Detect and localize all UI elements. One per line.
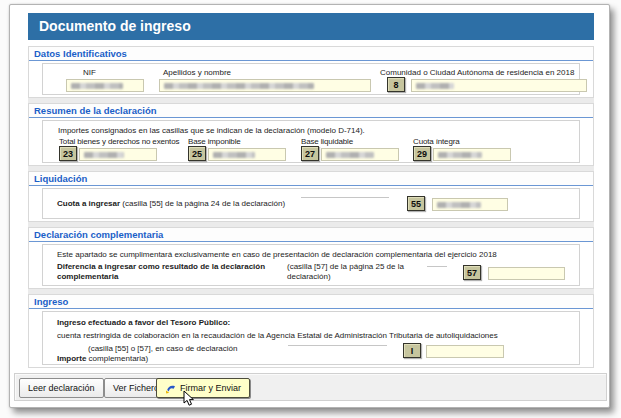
- resumen-content: Importes consignados en las casillas que…: [42, 120, 580, 163]
- section-title: Datos Identificativos: [29, 47, 593, 61]
- casilla-25-box[interactable]: 25: [188, 146, 206, 161]
- nif-label: NIF: [83, 68, 96, 78]
- document-window: Documento de ingreso Datos Identificativ…: [9, 4, 610, 408]
- importe-input[interactable]: [426, 345, 504, 358]
- section-title: Declaración complementaria: [29, 228, 593, 242]
- casilla-23-label: Total bienes y derechos no exentos: [59, 137, 179, 147]
- casilla-25-input[interactable]: [208, 148, 286, 161]
- cuota-ingresar-label: Cuota a ingresar (casilla [55] de la pág…: [57, 199, 285, 209]
- section-liquidacion: Liquidación Cuota a ingresar (casilla [5…: [28, 171, 594, 222]
- redacted-value: [164, 83, 314, 89]
- section-datos-identificativos: Datos Identificativos NIF Apellidos y no…: [28, 46, 594, 98]
- redacted-value: [84, 152, 124, 158]
- datos-content: NIF Apellidos y nombre Comunidad o Ciuda…: [42, 63, 580, 95]
- casilla-29-box[interactable]: 29: [413, 146, 431, 161]
- liquidacion-content: Cuota a ingresar (casilla [55] de la pág…: [42, 188, 580, 219]
- tesoro-publico-label: Ingreso efectuado a favor del Tesoro Púb…: [57, 318, 230, 328]
- casilla-ref-line2: complementaria): [86, 354, 148, 363]
- apellidos-input[interactable]: [159, 79, 371, 92]
- redacted-value: [326, 152, 374, 158]
- casilla-55-box[interactable]: 55: [407, 196, 425, 211]
- leader-line: [301, 197, 389, 198]
- resumen-intro: Importes consignados en las casillas que…: [58, 126, 365, 136]
- section-title: Liquidación: [29, 172, 593, 186]
- casilla-57-box[interactable]: 57: [463, 265, 481, 280]
- cuota-ingresar-label-ref: (casilla [55] de la página 24 de la decl…: [120, 199, 285, 208]
- casilla-23-input[interactable]: [79, 148, 157, 161]
- redacted-value: [213, 152, 255, 158]
- section-resumen: Resumen de la declaración Importes consi…: [28, 103, 594, 166]
- redacted-value: [437, 202, 481, 208]
- form-panels: Datos Identificativos NIF Apellidos y no…: [28, 46, 594, 368]
- importe-label-row: Importe complementaria): [57, 354, 148, 364]
- redacted-value: [71, 83, 123, 89]
- firmar-enviar-button[interactable]: Firmar y Enviar: [156, 378, 250, 398]
- complementaria-intro: Este apartado se cumplimentará exclusiva…: [57, 250, 497, 260]
- casilla-57-ref: (casilla [57] de la página 25 de la decl…: [287, 262, 421, 281]
- comunidad-input[interactable]: [411, 79, 587, 92]
- casilla-i-box[interactable]: I: [403, 343, 421, 358]
- leader-line: [427, 266, 447, 267]
- leer-declaracion-button[interactable]: Leer declaración: [19, 378, 104, 398]
- casilla-27-box[interactable]: 27: [301, 146, 319, 161]
- casilla-55-input[interactable]: [432, 198, 508, 211]
- button-bar: Leer declaración Ver Fichero Firmar y En…: [14, 373, 607, 401]
- section-title: Resumen de la declaración: [29, 104, 593, 118]
- diferencia-label: Diferencia a ingresar como resultado de …: [57, 262, 285, 281]
- leader-line: [288, 345, 387, 346]
- mouse-cursor-icon: [183, 390, 196, 411]
- casilla-29-input[interactable]: [433, 148, 511, 161]
- importe-label: Importe: [57, 354, 86, 363]
- nif-input[interactable]: [66, 79, 144, 92]
- redacted-value: [416, 83, 454, 89]
- apellidos-label: Apellidos y nombre: [163, 68, 231, 78]
- cuota-ingresar-label-bold: Cuota a ingresar: [57, 199, 120, 208]
- casilla-8-box[interactable]: 8: [387, 77, 405, 92]
- title-bar: Documento de ingreso: [28, 13, 594, 40]
- section-title: Ingreso: [29, 295, 593, 309]
- casilla-ref-line1: (casilla [55] o [57], en caso de declara…: [88, 344, 237, 354]
- cuenta-restringida-text: cuenta restringida de colaboración en la…: [57, 331, 498, 341]
- comunidad-label: Comunidad o Ciudad Autónoma de residenci…: [380, 68, 574, 78]
- sign-icon: [165, 383, 176, 394]
- complementaria-content: Este apartado se cumplimentará exclusiva…: [42, 244, 580, 286]
- redacted-value: [438, 152, 482, 158]
- casilla-57-input[interactable]: [488, 267, 565, 280]
- ingreso-content: Ingreso efectuado a favor del Tesoro Púb…: [42, 311, 580, 365]
- casilla-23-box[interactable]: 23: [59, 146, 77, 161]
- page-title: Documento de ingreso: [39, 18, 191, 34]
- casilla-27-input[interactable]: [321, 148, 399, 161]
- section-ingreso: Ingreso Ingreso efectuado a favor del Te…: [28, 294, 594, 368]
- section-complementaria: Declaración complementaria Este apartado…: [28, 227, 594, 289]
